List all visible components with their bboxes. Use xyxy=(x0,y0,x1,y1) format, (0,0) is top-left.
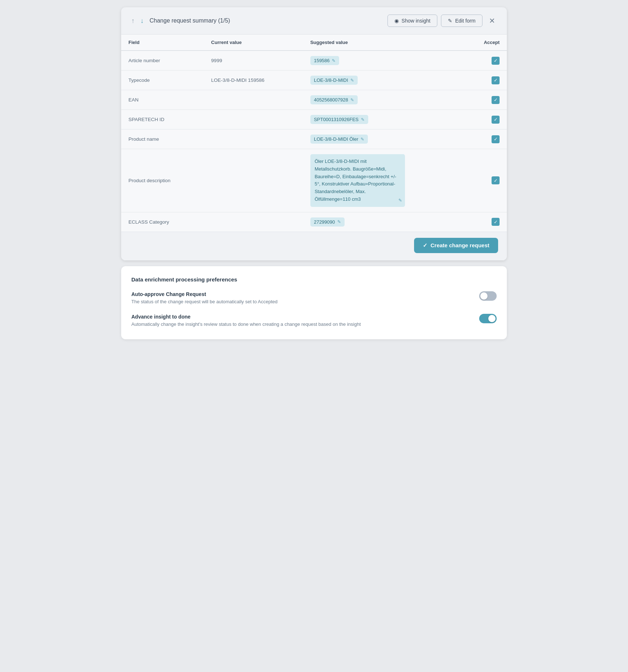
suggested-chip-value: SPT0001310926FES xyxy=(314,117,359,122)
card-footer: ✓ Create change request xyxy=(121,232,507,260)
table-row: TypecodeLOE-3/8-D-MIDI 159586LOE-3/8-D-M… xyxy=(121,71,507,90)
suggested-chip-value: LOE-3/8-D-MIDI xyxy=(314,77,348,83)
close-button[interactable]: ✕ xyxy=(486,15,498,27)
table-row: EAN4052568007928✎✓ xyxy=(121,90,507,110)
pref-text: Auto-approve Change RequestThe status of… xyxy=(131,291,278,305)
data-table: Field Current value Suggested value Acce… xyxy=(121,35,507,232)
cell-accept: ✓ xyxy=(462,90,507,110)
col-accept: Accept xyxy=(462,35,507,51)
eye-icon: ◉ xyxy=(394,18,399,24)
table-row: Product nameLOE-3/8-D-MIDI Öler✎✓ xyxy=(121,129,507,149)
suggested-text-block: Öler LOE-3/8-D-MIDI mit Metallschutzkorb… xyxy=(310,154,405,207)
cell-current-value: LOE-3/8-D-MIDI 159586 xyxy=(204,71,303,90)
cell-current-value xyxy=(204,129,303,149)
nav-arrows: ↑ ↓ xyxy=(130,16,145,26)
toggle-knob xyxy=(480,292,488,300)
suggested-chip-value: 4052568007928 xyxy=(314,97,348,103)
edit-icon[interactable]: ✎ xyxy=(337,219,341,224)
cell-field: Product description xyxy=(121,149,204,212)
cell-suggested-value: 159586✎ xyxy=(303,51,462,71)
accept-checkbox[interactable]: ✓ xyxy=(492,116,500,124)
cell-accept: ✓ xyxy=(462,110,507,129)
accept-checkbox[interactable]: ✓ xyxy=(492,76,500,84)
suggested-chip-value: 159586 xyxy=(314,58,330,63)
accept-checkbox[interactable]: ✓ xyxy=(492,176,500,184)
toggle-knob xyxy=(488,315,496,322)
cell-accept: ✓ xyxy=(462,71,507,90)
col-current: Current value xyxy=(204,35,303,51)
preferences-card: Data enrichment processing preferences A… xyxy=(121,266,507,339)
table-row: Product descriptionÖler LOE-3/8-D-MIDI m… xyxy=(121,149,507,212)
suggested-chip: 27299090✎ xyxy=(310,217,345,227)
accept-checkbox[interactable]: ✓ xyxy=(492,96,500,104)
edit-icon[interactable]: ✎ xyxy=(398,197,402,204)
cell-suggested-value: 27299090✎ xyxy=(303,212,462,232)
suggested-chip: 4052568007928✎ xyxy=(310,95,358,104)
edit-icon[interactable]: ✎ xyxy=(350,97,354,103)
cell-field: EAN xyxy=(121,90,204,110)
header-actions: ◉ Show insight ✎ Edit form ✕ xyxy=(387,15,498,27)
cell-current-value xyxy=(204,110,303,129)
create-change-request-button[interactable]: ✓ Create change request xyxy=(414,238,498,253)
preferences-list: Auto-approve Change RequestThe status of… xyxy=(131,291,497,328)
table-row: ECLASS Category27299090✎✓ xyxy=(121,212,507,232)
pref-text: Advance insight to doneAutomatically cha… xyxy=(131,314,361,328)
pref-label: Auto-approve Change Request xyxy=(131,291,278,297)
cell-field: Product name xyxy=(121,129,204,149)
toggle-container xyxy=(479,314,497,325)
next-arrow-button[interactable]: ↓ xyxy=(139,16,145,26)
cell-suggested-value: LOE-3/8-D-MIDI✎ xyxy=(303,71,462,90)
cell-accept: ✓ xyxy=(462,149,507,212)
col-suggested: Suggested value xyxy=(303,35,462,51)
preference-item: Advance insight to doneAutomatically cha… xyxy=(131,314,497,328)
table-row: SPARETECH IDSPT0001310926FES✎✓ xyxy=(121,110,507,129)
table-header-row: Field Current value Suggested value Acce… xyxy=(121,35,507,51)
table-row: Article number9999159586✎✓ xyxy=(121,51,507,71)
auto-approve-toggle[interactable] xyxy=(479,291,497,301)
suggested-chip-value: LOE-3/8-D-MIDI Öler xyxy=(314,136,358,142)
prev-arrow-button[interactable]: ↑ xyxy=(130,16,136,26)
pencil-icon: ✎ xyxy=(448,18,452,24)
cell-field: SPARETECH ID xyxy=(121,110,204,129)
cell-current-value: 9999 xyxy=(204,51,303,71)
show-insight-button[interactable]: ◉ Show insight xyxy=(387,15,437,27)
advance-insight-toggle[interactable] xyxy=(479,314,497,323)
cell-field: ECLASS Category xyxy=(121,212,204,232)
suggested-chip: SPT0001310926FES✎ xyxy=(310,115,368,124)
card-header: ↑ ↓ Change request summary (1/5) ◉ Show … xyxy=(121,7,507,35)
cell-accept: ✓ xyxy=(462,129,507,149)
suggested-chip-value: 27299090 xyxy=(314,219,335,225)
cell-suggested-value: SPT0001310926FES✎ xyxy=(303,110,462,129)
cell-current-value xyxy=(204,212,303,232)
toggle-container xyxy=(479,291,497,302)
main-card: ↑ ↓ Change request summary (1/5) ◉ Show … xyxy=(121,7,507,260)
dialog-title: Change request summary (1/5) xyxy=(150,17,383,24)
check-circle-icon: ✓ xyxy=(423,242,428,249)
edit-icon[interactable]: ✎ xyxy=(361,137,364,142)
suggested-chip: LOE-3/8-D-MIDI✎ xyxy=(310,76,358,85)
cell-field: Typecode xyxy=(121,71,204,90)
accept-checkbox[interactable]: ✓ xyxy=(492,218,500,226)
pref-description: The status of the change request will be… xyxy=(131,299,278,305)
edit-icon[interactable]: ✎ xyxy=(350,78,354,83)
edit-icon[interactable]: ✎ xyxy=(332,58,335,63)
edit-form-button[interactable]: ✎ Edit form xyxy=(441,15,482,27)
cell-current-value xyxy=(204,90,303,110)
cell-suggested-value: Öler LOE-3/8-D-MIDI mit Metallschutzkorb… xyxy=(303,149,462,212)
cell-accept: ✓ xyxy=(462,212,507,232)
accept-checkbox[interactable]: ✓ xyxy=(492,135,500,143)
col-field: Field xyxy=(121,35,204,51)
edit-icon[interactable]: ✎ xyxy=(361,117,365,122)
preferences-title: Data enrichment processing preferences xyxy=(131,276,497,283)
suggested-chip: 159586✎ xyxy=(310,56,339,65)
cell-suggested-value: 4052568007928✎ xyxy=(303,90,462,110)
preference-item: Auto-approve Change RequestThe status of… xyxy=(131,291,497,305)
accept-checkbox[interactable]: ✓ xyxy=(492,57,500,65)
suggested-chip: LOE-3/8-D-MIDI Öler✎ xyxy=(310,135,368,144)
cell-accept: ✓ xyxy=(462,51,507,71)
cell-current-value xyxy=(204,149,303,212)
pref-description: Automatically change the insight's revie… xyxy=(131,321,361,328)
cell-field: Article number xyxy=(121,51,204,71)
pref-label: Advance insight to done xyxy=(131,314,361,320)
cell-suggested-value: LOE-3/8-D-MIDI Öler✎ xyxy=(303,129,462,149)
